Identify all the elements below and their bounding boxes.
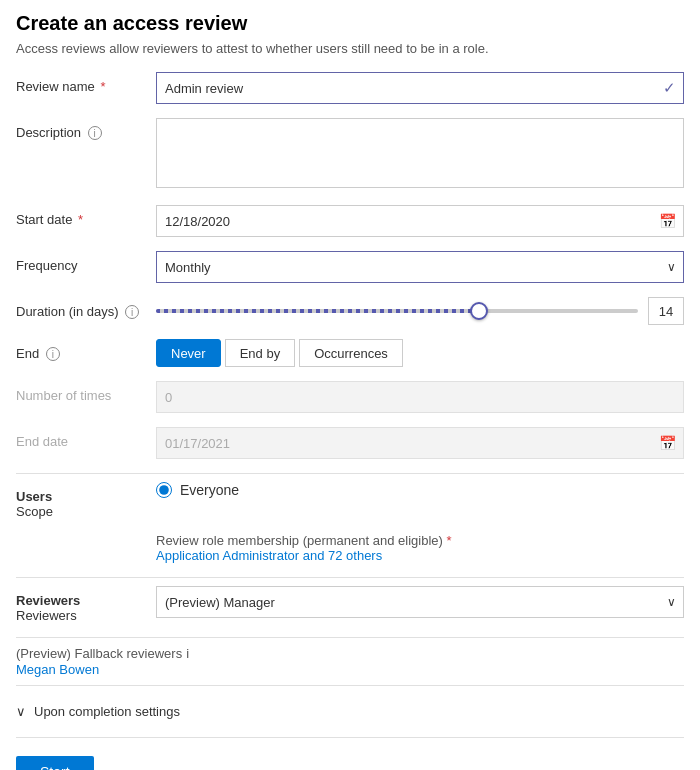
end-date-control: 01/17/2021 📅 (156, 427, 684, 459)
frequency-control: Weekly Monthly Quarterly Semi-annually A… (156, 251, 684, 283)
description-row: Description i (16, 118, 684, 191)
slider-fill-right (479, 309, 638, 313)
review-name-control: ✓ (156, 72, 684, 104)
duration-row: Duration (in days) i 14 (16, 297, 684, 325)
end-by-button[interactable]: End by (225, 339, 295, 367)
end-date-row: End date 01/17/2021 📅 (16, 427, 684, 459)
scope-radio-row: Everyone (156, 482, 684, 498)
completion-label: Upon completion settings (34, 704, 180, 719)
duration-info-icon[interactable]: i (125, 305, 139, 319)
number-of-times-control: 0 (156, 381, 684, 413)
end-date-field: 01/17/2021 (156, 427, 684, 459)
end-label: End i (16, 339, 156, 361)
completion-settings-row[interactable]: ∨ Upon completion settings (16, 694, 684, 729)
slider-bg (156, 309, 638, 313)
check-icon: ✓ (663, 79, 676, 97)
end-occurrences-button[interactable]: Occurrences (299, 339, 403, 367)
review-role-link[interactable]: Application Administrator and 72 others (156, 548, 382, 563)
end-date-calendar-icon: 📅 (659, 435, 676, 451)
reviewers-select[interactable]: (Preview) Manager Selected user(s) Membe… (156, 586, 684, 618)
frequency-select[interactable]: Weekly Monthly Quarterly Semi-annually A… (156, 251, 684, 283)
divider-5 (16, 737, 684, 738)
completion-chevron-icon: ∨ (16, 704, 26, 719)
duration-control: 14 (156, 297, 684, 325)
start-date-input[interactable] (156, 205, 684, 237)
frequency-row: Frequency Weekly Monthly Quarterly Semi-… (16, 251, 684, 283)
duration-label: Duration (in days) i (16, 297, 156, 319)
slider-fill (156, 309, 479, 313)
fallback-section: (Preview) Fallback reviewers i Megan Bow… (16, 646, 684, 677)
divider-3 (16, 637, 684, 638)
number-of-times-row: Number of times 0 (16, 381, 684, 413)
end-never-button[interactable]: Never (156, 339, 221, 367)
end-info-icon[interactable]: i (46, 347, 60, 361)
users-scope-label: Users Scope (16, 482, 156, 519)
fallback-info-icon[interactable]: i (186, 646, 189, 661)
divider-4 (16, 685, 684, 686)
users-scope-row: Users Scope Everyone (16, 482, 684, 519)
review-role-section: Review role membership (permanent and el… (156, 533, 684, 563)
start-date-row: Start date * 📅 (16, 205, 684, 237)
duration-value: 14 (648, 297, 684, 325)
start-button[interactable]: Start (16, 756, 94, 770)
end-toggle: Never End by Occurrences (156, 339, 684, 367)
scope-everyone-radio[interactable] (156, 482, 172, 498)
scope-control: Everyone (156, 482, 684, 498)
description-textarea[interactable] (156, 118, 684, 188)
number-of-times-field: 0 (156, 381, 684, 413)
frequency-select-wrapper: Weekly Monthly Quarterly Semi-annually A… (156, 251, 684, 283)
scope-everyone-label: Everyone (180, 482, 239, 498)
reviewers-select-wrapper: (Preview) Manager Selected user(s) Membe… (156, 586, 684, 618)
end-date-wrapper: 01/17/2021 📅 (156, 427, 684, 459)
frequency-label: Frequency (16, 251, 156, 273)
divider-2 (16, 577, 684, 578)
reviewers-control: (Preview) Manager Selected user(s) Membe… (156, 586, 684, 618)
divider-1 (16, 473, 684, 474)
fallback-link[interactable]: Megan Bowen (16, 662, 99, 677)
page-title: Create an access review (16, 12, 684, 35)
description-info-icon[interactable]: i (88, 126, 102, 140)
review-name-label: Review name * (16, 72, 156, 94)
review-name-input[interactable] (156, 72, 684, 104)
number-of-times-label: Number of times (16, 381, 156, 403)
start-date-label: Start date * (16, 205, 156, 227)
reviewers-label: Reviewers Reviewers (16, 586, 156, 623)
page-subtitle: Access reviews allow reviewers to attest… (16, 41, 684, 56)
description-label: Description i (16, 118, 156, 140)
end-row: End i Never End by Occurrences (16, 339, 684, 367)
review-name-row: Review name * ✓ (16, 72, 684, 104)
start-date-control: 📅 (156, 205, 684, 237)
reviewers-row: Reviewers Reviewers (Preview) Manager Se… (16, 586, 684, 623)
end-date-label: End date (16, 427, 156, 449)
description-control (156, 118, 684, 191)
slider-thumb[interactable] (470, 302, 488, 320)
end-control: Never End by Occurrences (156, 339, 684, 367)
duration-slider-container (156, 301, 638, 321)
